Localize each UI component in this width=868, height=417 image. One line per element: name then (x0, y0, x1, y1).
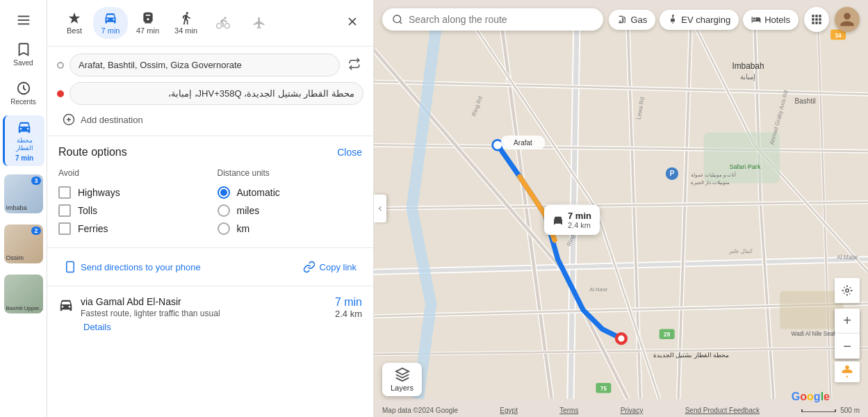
pegman-icon (840, 364, 855, 379)
sidebar-place-imbaba[interactable]: 3 Imbaba (4, 174, 43, 213)
svg-text:P: P (670, 170, 675, 177)
transport-flight[interactable] (242, 12, 277, 34)
sidebar-saved-button[interactable]: Saved (4, 38, 43, 71)
svg-text:إمبابة: إمبابة (740, 73, 755, 81)
route-tooltip-content: 7 min 2.4 km (568, 211, 591, 229)
svg-text:Al Matar: Al Matar (837, 254, 858, 261)
transport-car-label: 7 min (101, 26, 120, 35)
street-view-button[interactable] (835, 361, 860, 382)
ev-charging-icon (668, 15, 678, 24)
route-desc: Fastest route, lighter traffic than usua… (81, 309, 328, 318)
route-tooltip-car-icon (552, 215, 564, 226)
gas-icon (617, 15, 627, 24)
map-country[interactable]: Egypt (500, 407, 518, 414)
sidebar-place-bashtil[interactable]: Bashtil·Upper... (4, 275, 43, 313)
route-car-icon (58, 297, 74, 316)
poi-gas-chip[interactable]: Gas (609, 10, 655, 30)
transport-transit-label: 47 min (136, 26, 159, 35)
avatar-icon (839, 11, 855, 28)
sidebar-menu-button[interactable] (4, 8, 43, 32)
svg-text:28: 28 (664, 332, 671, 338)
transport-car[interactable]: 7 min (93, 7, 128, 39)
sidebar-place-imbaba-num: 3 (31, 177, 40, 185)
svg-text:Al-Nasir: Al-Nasir (589, 286, 608, 293)
avoid-highways-label: Highways (78, 187, 120, 198)
scale-bar-container: 500 m (801, 407, 860, 414)
transport-close-button[interactable] (341, 10, 363, 35)
transport-cycle[interactable] (206, 12, 240, 34)
distance-automatic-radio[interactable] (218, 186, 230, 199)
layers-button[interactable]: Layers (382, 363, 422, 396)
origin-input[interactable] (69, 54, 340, 76)
swap-button[interactable] (345, 55, 363, 76)
search-along-route-input[interactable] (409, 14, 593, 25)
send-to-phone-button[interactable]: Send directions to your phone (58, 256, 206, 277)
sidebar-saved-label: Saved (13, 59, 33, 67)
transport-best-label: Best (67, 26, 82, 35)
distance-km[interactable]: km (218, 220, 363, 238)
distance-automatic-label: Automatic (237, 187, 280, 198)
sidebar-place-ossim-num: 2 (31, 227, 40, 235)
distance-km-radio[interactable] (218, 222, 230, 235)
route-options-title: Route options (58, 146, 127, 158)
apps-grid-button[interactable] (804, 7, 829, 32)
svg-point-45 (393, 15, 401, 23)
sidebar-left: Saved Recents محطة القطار 7 min 3 Imbaba… (0, 0, 47, 417)
options-grid: Avoid Highways Tolls Ferries Distance un… (58, 168, 362, 238)
my-location-button[interactable] (835, 278, 860, 303)
zoom-in-button[interactable]: + (835, 309, 860, 334)
route-info: via Gamal Abd El-Nasir Fastest route, li… (81, 296, 328, 318)
distance-miles-radio[interactable] (218, 204, 230, 217)
sidebar-recents-button[interactable]: Recents (4, 76, 43, 110)
map-terms[interactable]: Terms (559, 407, 578, 414)
route-options-close[interactable]: Close (337, 147, 362, 158)
distance-miles[interactable]: miles (218, 202, 363, 220)
search-icon (392, 14, 403, 25)
poi-ev-label: EV charging (681, 15, 730, 25)
svg-text:Imbabah: Imbabah (732, 61, 764, 71)
avoid-tolls[interactable]: Tolls (58, 202, 204, 220)
distance-automatic[interactable]: Automatic (218, 183, 363, 202)
origin-row (57, 54, 363, 76)
destination-input[interactable] (69, 82, 363, 105)
transport-transit[interactable]: 47 min (129, 7, 166, 39)
svg-text:متوبيلات دار الجيزة: متوبيلات دار الجيزة (691, 179, 730, 186)
collapse-map-button[interactable] (374, 195, 386, 222)
transport-walk[interactable]: 34 min (167, 7, 204, 39)
svg-text:34: 34 (835, 33, 842, 39)
map-privacy[interactable]: Privacy (621, 407, 644, 414)
svg-text:75: 75 (600, 386, 607, 392)
route-details-link[interactable]: Details (83, 322, 362, 332)
map-bottom-bar: Map data ©2024 Google Egypt Terms Privac… (374, 404, 868, 417)
route-tooltip-dist: 2.4 km (568, 221, 591, 229)
distance-title: Distance units (218, 168, 363, 178)
sidebar-place-ossim[interactable]: 2 Ossim (4, 224, 43, 263)
route-result-header: via Gamal Abd El-Nasir Fastest route, li… (58, 296, 362, 319)
map-data-label: Map data ©2024 Google (382, 407, 458, 414)
poi-gas-label: Gas (630, 15, 647, 25)
destination-dot (57, 90, 64, 97)
sidebar-active-time: 7 min (15, 154, 33, 162)
copy-link-button[interactable]: Copy link (297, 256, 362, 277)
svg-text:Safari Park: Safari Park (729, 163, 761, 170)
transport-best[interactable]: Best (57, 7, 92, 39)
zoom-out-button[interactable]: − (835, 334, 860, 359)
avoid-ferries-label: Ferries (78, 223, 108, 234)
avoid-section: Avoid Highways Tolls Ferries (58, 168, 204, 238)
poi-hotels-chip[interactable]: Hotels (743, 10, 799, 30)
avoid-tolls-checkbox[interactable] (58, 204, 71, 217)
avoid-ferries[interactable]: Ferries (58, 220, 204, 238)
avoid-ferries-checkbox[interactable] (58, 222, 71, 235)
avoid-tolls-label: Tolls (78, 205, 97, 216)
poi-ev-chip[interactable]: EV charging (660, 10, 739, 30)
search-bar[interactable] (382, 8, 603, 31)
avoid-highways[interactable]: Highways (58, 183, 204, 202)
scale-bar (801, 409, 836, 412)
svg-text:آنات و موبيليات عمولة: آنات و موبيليات عمولة (691, 171, 737, 178)
sidebar-active-route[interactable]: محطة القطار 7 min (3, 115, 44, 166)
avoid-highways-checkbox[interactable] (58, 186, 71, 199)
map-feedback[interactable]: Send Product Feedback (685, 407, 760, 414)
route-time: 7 min (335, 296, 362, 309)
user-avatar[interactable] (835, 7, 860, 32)
add-destination-button[interactable]: Add destination (57, 111, 363, 129)
